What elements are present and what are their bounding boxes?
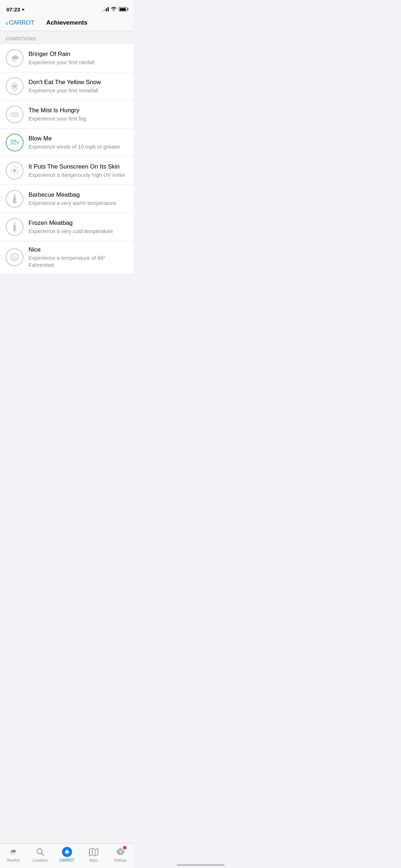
status-icons (102, 7, 127, 12)
status-bar: 07:23 ► (0, 0, 134, 16)
achievement-desc: Experience your first snowfall (29, 87, 128, 94)
svg-point-26 (11, 254, 18, 261)
wifi-icon (111, 7, 117, 12)
back-button[interactable]: ‹ CARROT (6, 19, 34, 26)
achievement-name: Barbecue Meatbag (29, 191, 128, 198)
section-header-conditions: CONDITIONS (0, 31, 134, 44)
achievement-name: Bringer Of Rain (29, 51, 128, 58)
svg-point-24 (13, 228, 16, 232)
svg-rect-25 (13, 226, 16, 228)
back-label: CARROT (9, 19, 35, 26)
achievement-icon-nice (6, 248, 24, 266)
content-area: CONDITIONS Bringer Of Rain Experience yo… (0, 31, 134, 305)
svg-line-18 (17, 168, 17, 169)
achievements-list: Bringer Of Rain Experience your first ra… (0, 44, 134, 273)
location-arrow-icon: ► (21, 7, 25, 11)
status-time: 07:23 ► (6, 6, 25, 12)
time-display: 07:23 (6, 6, 20, 12)
svg-line-16 (12, 168, 12, 169)
achievement-desc: Experience a temperature of 69° Fahrenhe… (29, 254, 128, 268)
achievement-icon-uv (6, 162, 24, 180)
svg-line-1 (14, 60, 15, 61)
achievement-name: Don't Eat The Yellow Snow (29, 79, 128, 86)
svg-point-28 (15, 256, 16, 257)
achievement-icon-hot (6, 190, 24, 208)
achievement-desc: Experience a very cold temperature (29, 228, 128, 235)
achievement-icon-cold (6, 218, 24, 236)
achievement-desc: Experience your first fog (29, 115, 128, 122)
battery-icon (119, 7, 127, 11)
achievement-icon-fog (6, 105, 24, 123)
svg-point-21 (13, 200, 16, 203)
svg-line-19 (12, 173, 12, 174)
svg-rect-22 (13, 197, 16, 200)
list-item[interactable]: Blow Me Experience winds of 10 mph or gr… (0, 129, 134, 157)
svg-point-11 (13, 169, 16, 172)
achievement-name: Nice (29, 246, 128, 253)
list-item[interactable]: It Puts The Sunscreen On Its Skin Experi… (0, 157, 134, 185)
achievement-icon-rain (6, 49, 24, 67)
achievement-desc: Experience winds of 10 mph or greater (29, 143, 128, 150)
achievement-icon-snow (6, 77, 24, 95)
achievement-desc: Experience a very warm temperature (29, 200, 128, 207)
list-item[interactable]: Nice Experience a temperature of 69° Fah… (0, 241, 134, 273)
nav-bar: ‹ CARROT Achievements (0, 16, 134, 31)
achievement-desc: Experience a dangerously high UV index (29, 171, 128, 179)
svg-line-0 (13, 60, 14, 61)
achievement-icon-wind (6, 134, 24, 151)
svg-point-7 (14, 86, 15, 87)
achievement-name: The Mist Is Hungry (29, 107, 128, 114)
list-item[interactable]: Frozen Meatbag Experience a very cold te… (0, 213, 134, 241)
svg-point-27 (13, 256, 14, 257)
svg-line-17 (17, 173, 17, 174)
list-item[interactable]: Barbecue Meatbag Experience a very warm … (0, 185, 134, 213)
chevron-left-icon: ‹ (6, 19, 8, 26)
list-item[interactable]: The Mist Is Hungry Experience your first… (0, 100, 134, 129)
signal-icon (102, 7, 109, 11)
list-item[interactable]: Don't Eat The Yellow Snow Experience you… (0, 72, 134, 100)
page-title: Achievements (46, 19, 87, 26)
achievement-name: Blow Me (29, 135, 128, 142)
achievement-name: Frozen Meatbag (29, 219, 128, 227)
achievement-name: It Puts The Sunscreen On Its Skin (29, 163, 128, 170)
svg-line-2 (16, 60, 16, 61)
achievement-desc: Experience your first rainfall (29, 59, 128, 66)
list-item[interactable]: Bringer Of Rain Experience your first ra… (0, 44, 134, 72)
